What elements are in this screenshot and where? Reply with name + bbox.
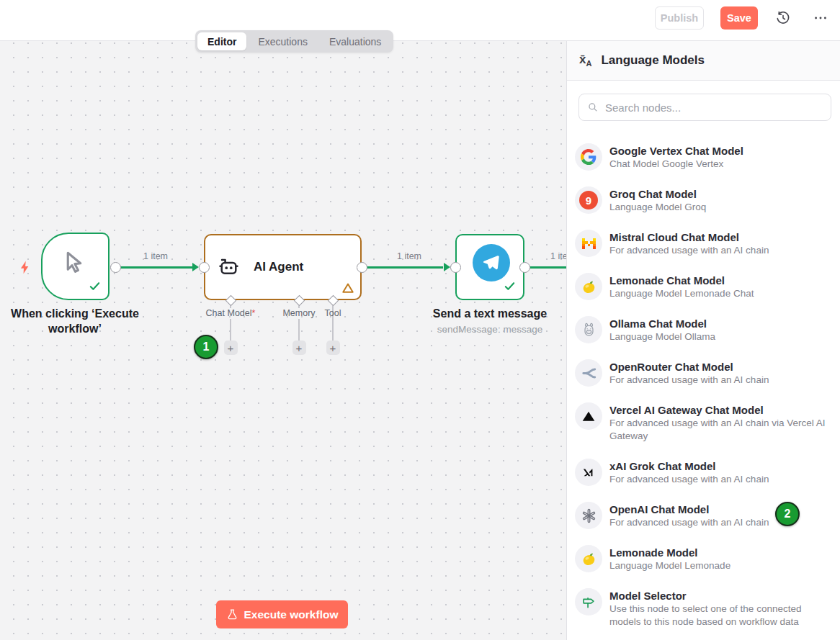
model-list-item[interactable]: Lemonade Chat ModelLanguage Model Lemona… — [575, 273, 831, 300]
edge-trigger-to-agent — [120, 266, 192, 269]
success-check-icon — [89, 280, 101, 295]
model-list-item[interactable]: xAI Grok Chat ModelFor advanced usage wi… — [575, 459, 831, 486]
lemonade-icon — [575, 273, 602, 300]
google-vertex-icon — [575, 143, 602, 171]
edge-agent-to-telegram — [367, 266, 443, 269]
execute-workflow-label: Execute workflow — [244, 608, 339, 621]
model-list-item[interactable]: Lemonade ModelLanguage Model Lemonade — [575, 545, 831, 572]
ollama-icon — [575, 316, 602, 343]
connector-line — [230, 319, 231, 341]
agent-node-title: AI Agent — [254, 260, 303, 274]
connector-line — [332, 319, 334, 341]
topbar: Publish Save — [0, 0, 840, 41]
model-item-subtitle: For advanced usage with an AI chain — [609, 473, 769, 486]
publish-button[interactable]: Publish — [655, 6, 704, 30]
node-telegram[interactable] — [455, 234, 524, 300]
model-item-title: xAI Grok Chat Model — [609, 459, 769, 473]
model-list-item[interactable]: Model SelectorUse this node to select on… — [575, 588, 831, 628]
model-list-item[interactable]: OpenAI Chat ModelFor advanced usage with… — [575, 502, 831, 529]
model-list-item[interactable]: Ollama Chat ModelLanguage Model Ollama — [575, 316, 831, 343]
search-wrap — [578, 94, 831, 121]
model-item-title: Ollama Chat Model — [609, 317, 715, 330]
edge-arrowhead — [444, 263, 450, 271]
add-memory-button[interactable]: + — [292, 341, 306, 355]
model-item-title: Google Vertex Chat Model — [609, 144, 743, 158]
vercel-icon — [575, 402, 602, 430]
model-item-title: Lemonade Chat Model — [609, 274, 754, 287]
memory-connector-label: Memory — [282, 308, 315, 318]
add-tool-button[interactable]: + — [326, 341, 340, 355]
model-item-subtitle: Chat Model Google Vertex — [609, 158, 743, 171]
workflow-history-button[interactable] — [774, 9, 792, 28]
add-chat-model-button[interactable]: + — [224, 341, 238, 355]
warning-triangle-icon — [341, 281, 354, 294]
trigger-output-port[interactable] — [110, 262, 121, 273]
nodes-panel: x̄A Language Models Google Vertex Chat M… — [566, 41, 840, 640]
xai-icon — [575, 459, 602, 486]
telegram-input-port[interactable] — [450, 262, 461, 273]
model-item-subtitle: For advanced usage with an AI chain — [609, 244, 769, 257]
model-item-subtitle: Language Model Lemonade Chat — [609, 287, 754, 300]
model-item-subtitle: Language Model Ollama — [609, 330, 715, 343]
model-item-subtitle: For advanced usage with an AI chain via … — [609, 417, 831, 443]
tab-editor[interactable]: Editor — [197, 32, 246, 50]
annotation-badge-2: 2 — [775, 502, 800, 526]
tool-connector-label: Tool — [325, 308, 341, 318]
mistral-icon — [575, 230, 602, 257]
save-button[interactable]: Save — [720, 6, 758, 30]
more-options-button[interactable] — [811, 9, 830, 28]
model-list-item[interactable]: Vercel AI Gateway Chat ModelFor advanced… — [575, 402, 831, 443]
trigger-bolt-icon — [17, 260, 32, 278]
model-list-item[interactable]: Google Vertex Chat ModelChat Model Googl… — [575, 143, 831, 171]
panel-header: x̄A Language Models — [567, 41, 840, 81]
history-clock-icon — [775, 10, 791, 28]
language-models-icon: x̄A — [579, 53, 591, 68]
node-manual-trigger[interactable] — [41, 233, 110, 300]
model-list-item[interactable]: Mistral Cloud Chat ModelFor advanced usa… — [575, 230, 831, 257]
edge-item-count-label: 1 item — [397, 251, 421, 261]
chat-model-connector-label: Chat Model* — [206, 308, 256, 318]
success-check-icon — [504, 280, 516, 295]
model-item-title: OpenAI Chat Model — [609, 502, 769, 516]
model-item-title: Groq Chat Model — [609, 187, 706, 201]
model-item-subtitle: For advanced usage with an AI chain — [609, 374, 769, 387]
execute-workflow-button[interactable]: Execute workflow — [216, 600, 348, 628]
model-list: Google Vertex Chat ModelChat Model Googl… — [567, 143, 840, 628]
editor-tabs: Editor Executions Evaluations — [195, 30, 393, 53]
model-list-item[interactable]: OpenRouter Chat ModelFor advanced usage … — [575, 359, 831, 387]
model-item-subtitle: Language Model Lemonade — [609, 559, 730, 572]
search-icon — [586, 101, 599, 117]
node-ai-agent[interactable]: AI Agent — [204, 234, 362, 300]
connector-line — [298, 319, 300, 341]
ellipsis-icon — [813, 10, 828, 28]
tab-executions[interactable]: Executions — [248, 32, 317, 50]
agent-input-port[interactable] — [199, 262, 210, 273]
telegram-icon — [473, 244, 510, 281]
telegram-node-sublabel: sendMessage: message — [411, 324, 569, 335]
model-item-title: Lemonade Model — [609, 546, 730, 559]
annotation-badge-1: 1 — [194, 335, 218, 359]
cursor-icon — [60, 248, 89, 280]
panel-title: Language Models — [601, 53, 705, 68]
model-item-subtitle: For advanced usage with an AI chain — [609, 516, 769, 529]
tab-evaluations[interactable]: Evaluations — [319, 32, 391, 50]
model-item-title: Model Selector — [609, 589, 831, 603]
model-item-title: OpenRouter Chat Model — [609, 360, 769, 374]
model-list-item[interactable]: 9Groq Chat ModelLanguage Model Groq — [575, 186, 831, 214]
model-item-subtitle: Use this node to select one of the conne… — [609, 603, 831, 628]
openai-icon — [575, 502, 602, 529]
model-selector-icon — [575, 588, 602, 616]
lemonade-icon — [575, 545, 602, 572]
search-input[interactable] — [578, 94, 831, 121]
model-item-title: Mistral Cloud Chat Model — [609, 230, 769, 244]
telegram-node-label: Send a text message — [411, 306, 569, 321]
robot-icon — [215, 254, 242, 281]
edge-arrowhead — [192, 263, 199, 271]
model-item-subtitle: Language Model Groq — [609, 201, 706, 214]
model-item-title: Vercel AI Gateway Chat Model — [609, 403, 831, 417]
edge-item-count-label: 1 item — [143, 251, 168, 261]
telegram-output-port[interactable] — [519, 262, 530, 273]
openrouter-icon — [575, 359, 602, 387]
flask-icon — [226, 608, 238, 621]
agent-output-port[interactable] — [357, 262, 367, 273]
